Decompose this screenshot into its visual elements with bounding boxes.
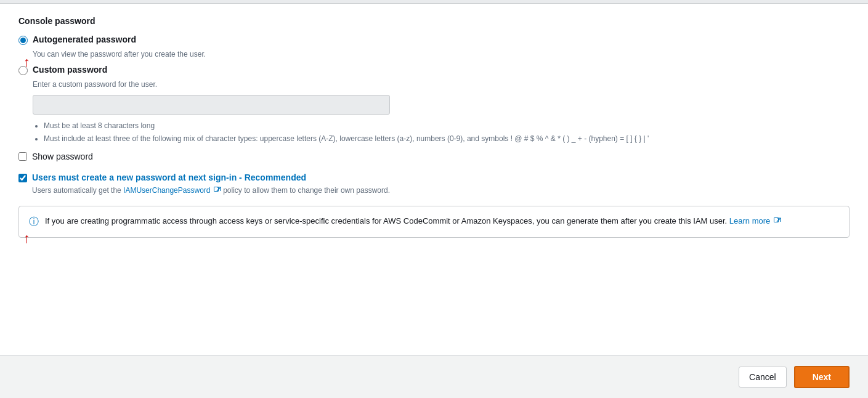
learn-more-link[interactable]: Learn more bbox=[729, 216, 781, 225]
autogenerated-radio[interactable] bbox=[18, 36, 28, 45]
show-password-row: Show password bbox=[18, 152, 850, 161]
info-icon: ⓘ bbox=[29, 216, 39, 229]
must-reset-checkbox[interactable] bbox=[18, 174, 27, 182]
must-reset-desc-prefix: Users automatically get the bbox=[32, 186, 123, 195]
custom-label[interactable]: Custom password bbox=[33, 65, 107, 75]
footer-bar: Cancel Next bbox=[0, 355, 868, 398]
iam-policy-link[interactable]: IAMUserChangePassword bbox=[123, 186, 223, 195]
must-reset-row: Users must create a new password at next… bbox=[18, 173, 850, 182]
must-reset-label[interactable]: Users must create a new password at next… bbox=[32, 173, 306, 182]
next-button[interactable]: Next bbox=[794, 366, 850, 388]
info-text-prefix: If you are creating programmatic access … bbox=[45, 216, 729, 225]
password-input[interactable] bbox=[33, 95, 390, 115]
cancel-button[interactable]: Cancel bbox=[739, 367, 787, 388]
password-input-container bbox=[33, 95, 850, 115]
password-rule-2: Must include at least three of the follo… bbox=[44, 134, 850, 144]
info-box: ⓘ If you are creating programmatic acces… bbox=[18, 206, 850, 238]
must-reset-desc: Users automatically get the IAMUserChang… bbox=[32, 186, 850, 195]
password-rule-1: Must be at least 8 characters long bbox=[44, 121, 850, 131]
autogenerated-desc: You can view the password after you crea… bbox=[33, 50, 850, 59]
autogenerated-option: Autogenerated password bbox=[18, 35, 850, 45]
show-password-label[interactable]: Show password bbox=[32, 152, 93, 161]
annotation-arrow-1: ↑ bbox=[23, 54, 30, 70]
learn-more-external-link-icon bbox=[774, 217, 781, 225]
custom-option: Custom password bbox=[18, 65, 850, 75]
section-title: Console password bbox=[18, 16, 850, 26]
password-type-radio-group: Autogenerated password You can view the … bbox=[18, 35, 850, 95]
annotation-arrow-2: ↑ bbox=[23, 230, 30, 246]
show-password-checkbox[interactable] bbox=[18, 152, 27, 161]
external-link-icon bbox=[214, 187, 221, 194]
password-rules: Must be at least 8 characters long Must … bbox=[33, 121, 850, 144]
custom-desc: Enter a custom password for the user. bbox=[33, 80, 850, 89]
info-box-text: If you are creating programmatic access … bbox=[45, 215, 781, 227]
autogenerated-label[interactable]: Autogenerated password bbox=[33, 35, 136, 44]
must-reset-desc-suffix: policy to allow them to change their own… bbox=[223, 186, 390, 195]
